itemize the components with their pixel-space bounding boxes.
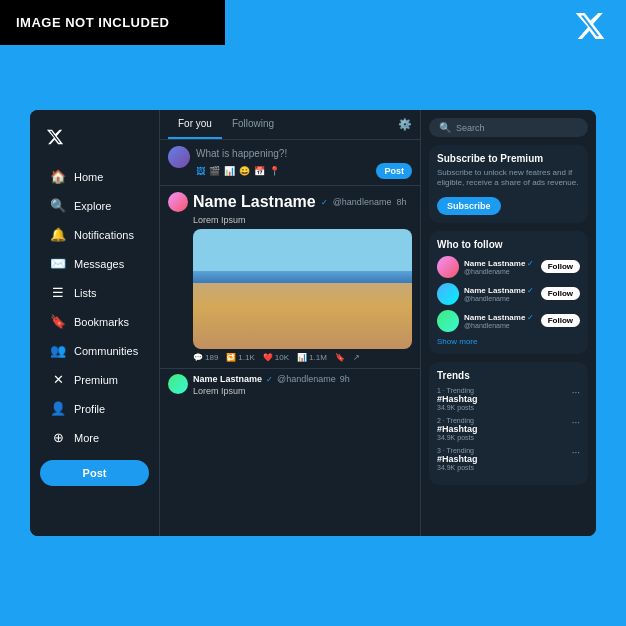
left-sidebar: 🏠 Home 🔍 Explore 🔔 Notifications ✉️ Mess…: [30, 110, 160, 536]
nav-more[interactable]: ⊕ More: [36, 424, 153, 451]
right-sidebar: 🔍 Search Subscribe to Premium Subscribe …: [421, 110, 596, 536]
premium-description: Subscribe to unlock new featres and if e…: [437, 168, 580, 189]
sidebar-logo: [30, 120, 159, 158]
image-icon[interactable]: 🖼: [196, 166, 205, 176]
trend-dots-2[interactable]: ···: [572, 417, 580, 428]
follow-name-1: Name Lastname: [464, 259, 525, 268]
follow-avatar-1: [437, 256, 459, 278]
show-more[interactable]: Show more: [437, 337, 580, 346]
retweet-icon: 🔁: [226, 353, 236, 362]
follow-handle-3: @handlename: [464, 322, 536, 329]
tweet-image-1: [193, 229, 412, 349]
feed-tabs: For you Following ⚙️: [160, 110, 420, 140]
tweet-card-1: Name Lastname ✓ @handlename 8h Lorem Ips…: [160, 186, 420, 369]
profile-icon: 👤: [50, 401, 66, 416]
trend-tag-1[interactable]: #Hashtag: [437, 394, 478, 404]
follow-handle-1: @handlename: [464, 268, 536, 275]
views-count: 1.1M: [309, 353, 327, 362]
tweet-time-1: 8h: [396, 197, 406, 207]
follow-handle-2: @handlename: [464, 295, 536, 302]
like-action[interactable]: ❤️ 10K: [263, 353, 289, 362]
follow-item-3: Name Lastname ✓ @handlename Follow: [437, 310, 580, 332]
follow-info-3: Name Lastname ✓ @handlename: [464, 313, 536, 329]
verified-icon-1: ✓: [321, 198, 328, 207]
nav-lists[interactable]: ☰ Lists: [36, 279, 153, 306]
nav-notifications-label: Notifications: [74, 229, 134, 241]
post-button[interactable]: Post: [40, 460, 149, 486]
tweet-actions-1: 💬 189 🔁 1.1K ❤️ 10K 📊 1.1M 🔖: [193, 353, 412, 362]
gif-icon[interactable]: 🎬: [209, 166, 220, 176]
tab-following[interactable]: Following: [222, 110, 284, 139]
more-icon: ⊕: [50, 430, 66, 445]
trend-dots-1[interactable]: ···: [572, 387, 580, 398]
trend-content-2: 2 · Trending #Hashtag 34.9K posts: [437, 417, 478, 441]
views-icon: 📊: [297, 353, 307, 362]
nav-home[interactable]: 🏠 Home: [36, 163, 153, 190]
follow-info-1: Name Lastname ✓ @handlename: [464, 259, 536, 275]
bookmark-action-icon: 🔖: [335, 353, 345, 362]
post-inline-button[interactable]: Post: [376, 163, 412, 179]
verified-follow-3: ✓: [527, 313, 534, 322]
nav-premium-label: Premium: [74, 374, 118, 386]
premium-icon: ✕: [50, 372, 66, 387]
nav-explore[interactable]: 🔍 Explore: [36, 192, 153, 219]
who-to-follow-box: Who to follow Name Lastname ✓ @handlenam…: [429, 231, 588, 354]
emoji-icon[interactable]: 😀: [239, 166, 250, 176]
nav-premium[interactable]: ✕ Premium: [36, 366, 153, 393]
messages-icon: ✉️: [50, 256, 66, 271]
trend-count-3: 34.9K posts: [437, 464, 478, 471]
who-to-follow-title: Who to follow: [437, 239, 580, 250]
trend-dots-3[interactable]: ···: [572, 447, 580, 458]
trend-item-3: 3 · Trending #Hashtag 34.9K posts ···: [437, 447, 580, 471]
reply-action[interactable]: 💬 189: [193, 353, 218, 362]
bookmark-action[interactable]: 🔖: [335, 353, 345, 362]
subscribe-button[interactable]: Subscribe: [437, 197, 501, 215]
main-feed: For you Following ⚙️ What is happening?!…: [160, 110, 421, 536]
retweet-count: 1.1K: [238, 353, 254, 362]
compose-tools: 🖼 🎬 📊 😀 📅 📍 Post: [196, 163, 412, 179]
nav-lists-label: Lists: [74, 287, 97, 299]
tweet-text-2: Lorem Ipsum: [193, 386, 350, 396]
nav-communities[interactable]: 👥 Communities: [36, 337, 153, 364]
tab-for-you[interactable]: For you: [168, 110, 222, 139]
follow-button-2[interactable]: Follow: [541, 287, 580, 300]
tweet-avatar-1: [168, 192, 188, 212]
retweet-action[interactable]: 🔁 1.1K: [226, 353, 254, 362]
trends-title: Trends: [437, 370, 580, 381]
nav-messages[interactable]: ✉️ Messages: [36, 250, 153, 277]
follow-avatar-2: [437, 283, 459, 305]
nav-communities-label: Communities: [74, 345, 138, 357]
trend-tag-2[interactable]: #Hashtag: [437, 424, 478, 434]
explore-icon: 🔍: [50, 198, 66, 213]
trend-count-2: 34.9K posts: [437, 434, 478, 441]
settings-icon[interactable]: ⚙️: [398, 118, 412, 131]
follow-name-3: Name Lastname: [464, 313, 525, 322]
verified-follow-1: ✓: [527, 259, 534, 268]
premium-box: Subscribe to Premium Subscribe to unlock…: [429, 145, 588, 223]
nav-profile[interactable]: 👤 Profile: [36, 395, 153, 422]
image-not-included-banner: IMAGE NOT INCLUDED: [0, 0, 225, 45]
follow-button-1[interactable]: Follow: [541, 260, 580, 273]
tweet-handle-2: @handlename: [277, 374, 336, 384]
trend-tag-3[interactable]: #Hashtag: [437, 454, 478, 464]
share-action[interactable]: ↗: [353, 353, 360, 362]
location-icon[interactable]: 📍: [269, 166, 280, 176]
views-action[interactable]: 📊 1.1M: [297, 353, 327, 362]
tweet-avatar-2: [168, 374, 188, 394]
tweet-header-1: Name Lastname ✓ @handlename 8h: [168, 192, 412, 212]
poll-icon[interactable]: 📊: [224, 166, 235, 176]
like-icon: ❤️: [263, 353, 273, 362]
verified-follow-2: ✓: [527, 286, 534, 295]
search-icon: 🔍: [439, 122, 451, 133]
compose-input[interactable]: What is happening?!: [196, 146, 412, 159]
tweet-name-1: Name Lastname: [193, 193, 316, 211]
search-bar[interactable]: 🔍 Search: [429, 118, 588, 137]
trends-box: Trends 1 · Trending #Hashtag 34.9K posts…: [429, 362, 588, 485]
follow-button-3[interactable]: Follow: [541, 314, 580, 327]
schedule-icon[interactable]: 📅: [254, 166, 265, 176]
nav-bookmarks[interactable]: 🔖 Bookmarks: [36, 308, 153, 335]
verified-icon-2: ✓: [266, 375, 273, 384]
trend-count-1: 34.9K posts: [437, 404, 478, 411]
nav-profile-label: Profile: [74, 403, 105, 415]
nav-notifications[interactable]: 🔔 Notifications: [36, 221, 153, 248]
